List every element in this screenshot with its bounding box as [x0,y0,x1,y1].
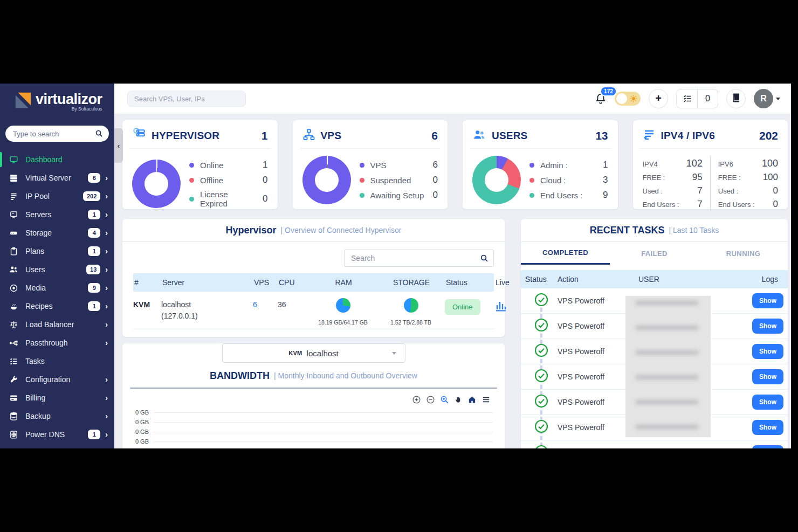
show-log-button[interactable]: Show [752,344,783,359]
chevron-right-icon: › [105,430,108,439]
sidebar-item-billing[interactable]: Billing › [0,389,114,407]
drive-icon [9,228,18,238]
y-axis-tick: 0 GB [122,419,154,425]
storage-usage-label: 1.52 TB/2.88 TB [390,319,431,326]
live-stats-button[interactable] [494,298,508,314]
legend-item: Cloud :3 [529,175,608,185]
ip-list-icon [9,191,18,201]
selection-zoom-icon[interactable] [440,395,449,404]
sidebar-item-recipes[interactable]: Recipes 1› [0,297,114,315]
legend-item: License Expired0 [189,190,268,208]
card-icon [9,393,18,403]
hypervisor-search-input[interactable] [344,250,494,267]
sidebar-item-configuration[interactable]: Configuration › [0,370,114,389]
home-reset-icon[interactable] [467,395,477,404]
sidebar-item-media[interactable]: Media 9› [0,279,114,297]
sidebar-item-tasks[interactable]: Tasks [0,352,114,370]
task-queue-button[interactable]: 0 [676,89,718,108]
sidebar-item-label: Power DNS [25,430,65,439]
sidebar-item-load-balancer[interactable]: Load Balancer › [0,315,114,334]
notifications-button[interactable]: 172 [595,91,607,107]
legend-item: Awaiting Setup0 [360,190,438,201]
sidebar-item-label: Plans [25,247,44,255]
vps-donut-chart [302,156,351,204]
bandwidth-panel: KVM localhost BANDWIDTH | Monthly Inboun… [122,343,505,448]
sidebar-search-input[interactable] [5,126,109,142]
theme-toggle[interactable] [615,92,641,106]
chevron-right-icon: › [105,302,108,310]
check-circle-icon [534,445,548,448]
status-badge: Online [445,299,480,315]
topbar-actions: 172 + 0 R [595,89,780,108]
chart-toolbar [122,395,491,404]
sidebar-item-storage[interactable]: Storage 4› [0,224,114,242]
menu-icon[interactable] [481,395,491,404]
sidebar-item-label: Users [25,265,45,274]
sidebar-item-label: Tasks [25,357,45,365]
dns-icon [9,430,18,439]
divider [300,148,441,149]
vps-count-link[interactable]: 6 [253,298,278,309]
sidebar-item-plans[interactable]: Plans 1› [0,242,114,260]
legend-dot [360,163,364,168]
sidebar-item-power-dns[interactable]: Power DNS 1› [0,425,114,444]
sidebar-item-ip-pool[interactable]: IP Pool 202› [0,187,114,205]
legend-dot [529,178,534,183]
hypervisor-card: HYPERVISOR 1 Online1 Offline0 License Ex… [122,120,278,209]
app-logo[interactable]: virtualizor By Softaculous [0,84,114,112]
tab-completed[interactable]: COMPLETED [521,242,610,265]
sidebar-item-virtual-server[interactable]: Virtual Server 6› [0,169,114,187]
tasks-table-header: Status Action USER Logs [521,270,788,288]
sidebar-item-import[interactable]: Import › [0,444,114,448]
chevron-right-icon: › [105,284,108,292]
card-title: HYPERVISOR [152,130,219,142]
sidebar-collapse-handle[interactable]: ‹ [114,128,123,163]
legend-dot [189,197,194,202]
storage-usage-cell: 1.52 TB/2.88 TB [377,298,445,326]
y-axis-tick: 0 GB [122,438,154,445]
show-log-button[interactable]: Show [752,420,783,435]
check-circle-icon [534,394,548,410]
server-stack-icon [9,173,18,183]
global-search-input[interactable] [127,91,246,107]
show-log-button[interactable]: Show [752,319,783,334]
sidebar-item-label: Dashboard [25,155,63,164]
tab-running[interactable]: RUNNING [699,242,788,265]
sidebar-item-users[interactable]: Users 13› [0,260,114,279]
sidebar-item-dashboard[interactable]: Dashboard [0,150,114,169]
toggle-knob [616,93,627,104]
sidebar-item-backup[interactable]: Backup › [0,407,114,425]
chevron-right-icon: › [105,338,108,347]
tab-failed[interactable]: FAILED [610,242,699,265]
bell-icon [595,97,607,106]
sidebar-item-label: Load Balancer [25,320,74,329]
chevron-down-icon [392,352,396,355]
chevron-right-icon: › [105,174,108,182]
legend-dot [189,178,194,183]
sidebar-item-servers[interactable]: Servers 1› [0,205,114,224]
pan-hand-icon[interactable] [454,396,463,404]
docs-button[interactable] [726,89,746,108]
global-search [127,91,246,107]
show-log-button[interactable]: Show [752,293,783,308]
zoom-out-icon[interactable] [426,395,435,404]
server-type: KVM [133,298,161,309]
sidebar-item-label: Recipes [25,302,53,310]
app-title: virtualizor [36,91,102,107]
ram-usage-cell: 18.19 GB/64.17 GB [309,298,377,326]
chevron-right-icon: › [105,210,108,219]
server-host: localhost(127.0.0.1) [161,298,253,322]
tasks-table-body: VPS Poweroff Show VPS Poweroff Show [521,288,788,448]
add-button[interactable]: + [649,89,668,108]
server-selector-dropdown[interactable]: KVM localhost [222,343,405,363]
zoom-in-icon[interactable] [412,395,421,404]
panel-subtitle: | Overview of Connected Hypervisor [281,226,402,234]
show-log-button[interactable]: Show [752,395,783,410]
storage-pie-chart [404,298,418,313]
ipv4-stats: IPV4102 FREE :95 Used :7 End Users :7 [643,155,703,212]
sidebar-item-passthrough[interactable]: Passthrough › [0,334,114,352]
show-log-button[interactable]: Show [752,369,783,384]
show-log-button[interactable]: Show [752,445,783,448]
y-axis-tick: 0 GB [122,429,154,435]
account-menu[interactable]: R [754,89,780,108]
